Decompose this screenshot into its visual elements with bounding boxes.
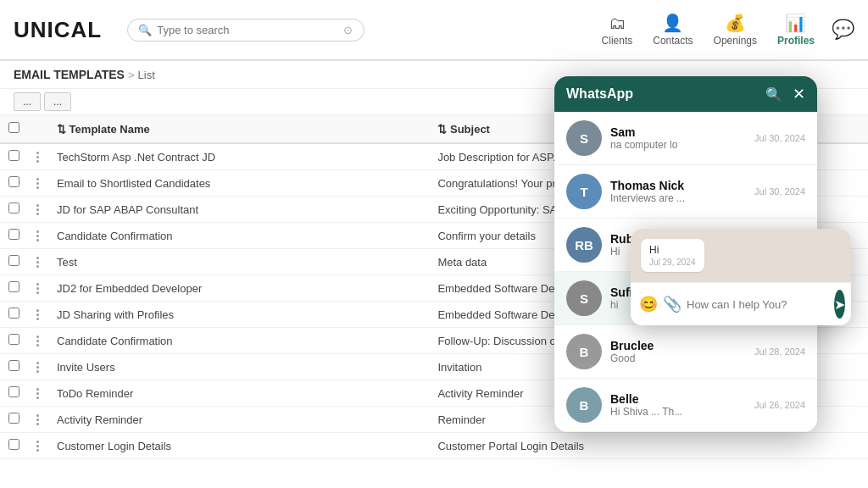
row-checkbox-7[interactable] — [8, 334, 19, 345]
row-actions-cell[interactable] — [28, 197, 48, 223]
row-checkbox-cell — [0, 249, 28, 275]
row-dots-menu[interactable] — [36, 336, 40, 347]
wa-conversation-item[interactable]: S Sam na computer lo Jul 30, 2024 — [554, 112, 817, 165]
row-actions-cell[interactable] — [28, 143, 48, 170]
nav-item-openings[interactable]: 💰 Openings — [714, 13, 757, 47]
row-template-name: Invite Users — [48, 354, 396, 380]
row-actions-cell[interactable] — [28, 302, 48, 328]
logo-part1: UNI — [14, 17, 54, 42]
row-checkbox-cell — [0, 170, 28, 197]
toolbar-btn-2[interactable]: ... — [44, 92, 71, 111]
wa-avatar-belle: B — [566, 387, 602, 423]
table-row[interactable]: Customer Login Details Customer Portal L… — [0, 433, 868, 459]
logo-part2: CAL — [54, 17, 102, 42]
row-actions-cell[interactable] — [28, 328, 48, 354]
row-actions-cell[interactable] — [28, 354, 48, 380]
search-input[interactable] — [157, 24, 343, 36]
row-spacer — [396, 354, 430, 380]
row-actions-cell[interactable] — [28, 275, 48, 302]
col-template-name: ⇅ Template Name — [48, 115, 396, 143]
select-all-checkbox[interactable] — [8, 122, 19, 133]
row-actions-cell[interactable] — [28, 249, 48, 275]
main-header: UNICAL 🔍 ⊙ 🗂 Clients 👤 Contacts 💰 Openin… — [0, 0, 868, 61]
row-checkbox-9[interactable] — [8, 386, 19, 397]
row-dots-menu[interactable] — [36, 204, 40, 215]
row-checkbox-cell — [0, 223, 28, 249]
row-dots-menu[interactable] — [36, 283, 40, 294]
row-dots-menu[interactable] — [36, 414, 40, 425]
chat-area: Hi Jul 29, 2024 — [631, 229, 851, 282]
whatsapp-header-icons: 🔍 ✕ — [765, 85, 805, 103]
wa-time: Jul 28, 2024 — [754, 347, 805, 357]
row-actions-cell[interactable] — [28, 407, 48, 433]
row-template-name: JD Sharing with Profiles — [48, 302, 396, 328]
row-checkbox-11[interactable] — [8, 439, 19, 450]
wa-conversation-item[interactable]: B Bruclee Good Jul 28, 2024 — [554, 325, 817, 379]
nav-item-profiles[interactable]: 📊 Profiles — [777, 13, 815, 47]
row-template-name: Customer Login Details — [48, 433, 396, 459]
toolbar-btn-1[interactable]: ... — [14, 92, 41, 111]
send-button[interactable]: ➤ — [834, 290, 845, 319]
row-dots-menu[interactable] — [36, 388, 40, 399]
row-actions-cell[interactable] — [28, 433, 48, 459]
wa-avatar-sam: S — [566, 120, 602, 156]
logo: UNICAL — [14, 17, 102, 43]
wa-content-thomas: Thomas Nick Interviews are ... — [610, 179, 746, 204]
clients-icon: 🗂 — [609, 14, 626, 33]
wa-avatar-bruclee: B — [566, 334, 602, 369]
wa-content-belle: Belle Hi Shiva ... Th... — [610, 392, 746, 418]
row-dots-menu[interactable] — [36, 362, 40, 373]
row-checkbox-10[interactable] — [8, 413, 19, 424]
whatsapp-close-button[interactable]: ✕ — [793, 85, 805, 103]
row-checkbox-5[interactable] — [8, 281, 19, 292]
row-dots-menu[interactable] — [36, 257, 40, 268]
row-spacer — [396, 407, 430, 433]
emoji-icon[interactable]: 😊 — [639, 295, 658, 313]
row-checkbox-cell — [0, 197, 28, 223]
row-template-name: Candidate Confirmation — [48, 223, 396, 249]
row-actions-cell[interactable] — [28, 380, 48, 407]
row-dots-menu[interactable] — [36, 152, 40, 163]
wa-name: Sam — [610, 125, 746, 139]
row-checkbox-6[interactable] — [8, 308, 19, 319]
whatsapp-button[interactable]: 💬 — [832, 19, 854, 41]
row-template-name: Candidate Confirmation — [48, 328, 396, 354]
wa-time: Jul 26, 2024 — [754, 400, 805, 410]
wa-conversation-item[interactable]: B Belle Hi Shiva ... Th... Jul 26, 2024 — [554, 379, 817, 432]
wa-avatar-sufiya: S — [566, 280, 602, 316]
nav-item-contacts[interactable]: 👤 Contacts — [653, 13, 693, 47]
attach-icon[interactable]: 📎 — [663, 295, 682, 313]
row-checkbox-2[interactable] — [8, 202, 19, 214]
breadcrumb-separator: > — [128, 69, 135, 81]
whatsapp-chat-popup: Hi Jul 29, 2024 😊 📎 ➤ — [631, 229, 851, 325]
nav-items: 🗂 Clients 👤 Contacts 💰 Openings 📊 Profil… — [602, 13, 815, 47]
row-dots-menu[interactable] — [36, 230, 40, 241]
row-checkbox-cell — [0, 354, 28, 380]
wa-msg: Good — [610, 352, 746, 364]
nav-item-clients[interactable]: 🗂 Clients — [602, 14, 633, 47]
whatsapp-search-icon[interactable]: 🔍 — [765, 86, 782, 103]
search-filter-icon: ⊙ — [343, 24, 353, 36]
row-checkbox-4[interactable] — [8, 255, 19, 266]
row-template-name: Activity Reminder — [48, 407, 396, 433]
row-checkbox-cell — [0, 328, 28, 354]
wa-conversation-item[interactable]: T Thomas Nick Interviews are ... Jul 30,… — [554, 165, 817, 219]
row-dots-menu[interactable] — [36, 178, 40, 189]
openings-icon: 💰 — [725, 13, 746, 33]
row-actions-cell[interactable] — [28, 223, 48, 249]
row-checkbox-0[interactable] — [8, 150, 19, 161]
openings-label: Openings — [714, 35, 757, 47]
row-actions-cell[interactable] — [28, 170, 48, 197]
row-template-name: JD for SAP ABAP Consultant — [48, 197, 396, 223]
row-checkbox-cell — [0, 433, 28, 459]
profiles-label: Profiles — [777, 35, 815, 47]
chat-input[interactable] — [687, 298, 829, 311]
row-checkbox-1[interactable] — [8, 176, 19, 187]
whatsapp-header: WhatsApp 🔍 ✕ — [554, 76, 817, 112]
row-checkbox-3[interactable] — [8, 229, 19, 240]
row-checkbox-8[interactable] — [8, 360, 19, 371]
row-dots-menu[interactable] — [36, 309, 40, 320]
search-icon: 🔍 — [138, 24, 152, 36]
row-dots-menu[interactable] — [36, 441, 40, 452]
breadcrumb-main: EMAIL TEMPLATES — [14, 68, 125, 81]
